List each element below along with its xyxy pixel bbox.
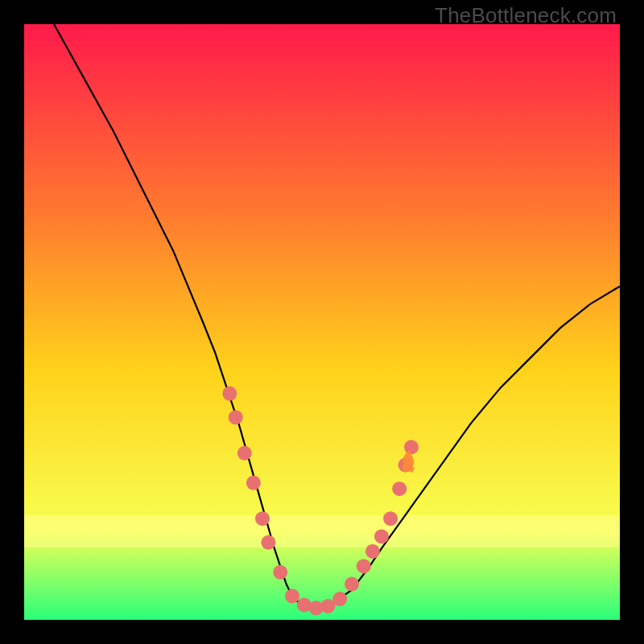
marker-dot (365, 544, 380, 559)
marker-dot (357, 559, 371, 573)
marker-dot (222, 386, 237, 401)
marker-dot (273, 565, 287, 580)
glow-band (24, 515, 620, 547)
marker-dot (345, 577, 359, 592)
marker-dot (255, 511, 270, 526)
watermark-text: TheBottleneck.com (435, 3, 617, 28)
bottleneck-chart (24, 24, 620, 620)
marker-dot (404, 440, 419, 454)
marker-dot (261, 535, 275, 550)
marker-dot (332, 592, 347, 606)
marker-dot (237, 446, 252, 460)
marker-dot (374, 529, 389, 543)
marker-dot (383, 511, 398, 526)
marker-dot (392, 481, 407, 496)
marker-dot (246, 476, 261, 490)
marker-dot (229, 410, 243, 424)
marker-dot (285, 588, 299, 603)
chart-frame (24, 24, 620, 620)
